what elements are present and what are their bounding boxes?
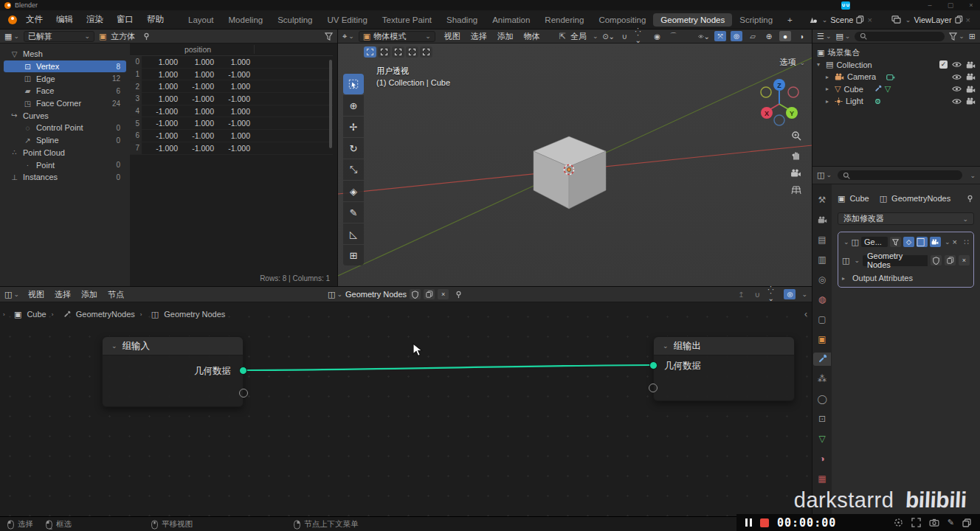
- chevron-down-icon[interactable]: ⌄: [854, 257, 860, 264]
- tab-tool[interactable]: ⚒: [813, 193, 831, 206]
- tab-rendering[interactable]: Rendering: [537, 13, 591, 27]
- shading-solid-button[interactable]: ●: [779, 31, 791, 41]
- tab-modifiers[interactable]: [813, 353, 831, 366]
- copy-icon[interactable]: [424, 289, 435, 299]
- pin-icon[interactable]: [455, 291, 463, 299]
- close-button[interactable]: ×: [967, 1, 976, 9]
- menu-object[interactable]: 物体: [520, 31, 545, 42]
- breadcrumb-modifier[interactable]: GeometryNodes: [891, 194, 950, 203]
- region-select-icon[interactable]: [894, 518, 903, 527]
- tab-texture[interactable]: ▦: [813, 472, 831, 485]
- disclosure-closed-icon[interactable]: ▸: [826, 86, 832, 92]
- menu-select[interactable]: 选择: [466, 31, 491, 42]
- table-row[interactable]: 01.0001.0001.000: [130, 56, 333, 69]
- zoom-icon[interactable]: [790, 131, 801, 141]
- light-row[interactable]: ▸ Light: [812, 95, 980, 108]
- disclosure-open-icon[interactable]: ▾: [817, 61, 823, 68]
- maximize-button[interactable]: ▢: [946, 1, 955, 9]
- column-header-position[interactable]: position: [130, 45, 255, 54]
- select-box-tool[interactable]: [343, 74, 364, 94]
- tab-texture-paint[interactable]: Texture Paint: [375, 13, 439, 27]
- tab-geometry-nodes[interactable]: Geometry Nodes: [653, 13, 732, 27]
- viewlayer-selector[interactable]: ⌄ ViewLayer ×: [888, 15, 974, 25]
- camera-view-icon[interactable]: [790, 169, 801, 177]
- menu-add[interactable]: 添加: [77, 289, 102, 300]
- show-overlays-toggle[interactable]: ◎: [784, 289, 796, 299]
- tab-scene[interactable]: ◎: [813, 273, 831, 286]
- tree-item-face-corner[interactable]: ◳Face Corner24: [4, 97, 126, 110]
- show-in-editmode-funnel-icon[interactable]: [890, 237, 901, 247]
- table-row[interactable]: 31.000-1.000-1.000: [130, 93, 333, 105]
- group-output-node[interactable]: ⌄ 组输出 几何数据: [653, 336, 795, 401]
- minimize-button[interactable]: –: [925, 1, 934, 9]
- hide-eye-icon[interactable]: [952, 98, 962, 105]
- menu-edit[interactable]: 编辑: [49, 12, 80, 27]
- tab-constraints[interactable]: ⊡: [813, 412, 831, 426]
- tab-render[interactable]: [813, 213, 831, 226]
- pin-icon[interactable]: [142, 32, 151, 41]
- output-attributes-section[interactable]: ▸ Output Attributes: [842, 274, 970, 282]
- copy-icon[interactable]: [856, 15, 864, 24]
- tree-item-control-point[interactable]: ◌Control Point0: [4, 122, 126, 134]
- collection-row[interactable]: ▾ ▤ Collection ✓: [812, 59, 980, 72]
- select-mode-invert[interactable]: [406, 46, 418, 58]
- tab-object-data[interactable]: ▽: [813, 432, 831, 445]
- select-mode-subtract[interactable]: [392, 46, 404, 58]
- tab-modeling[interactable]: Modeling: [221, 13, 271, 27]
- breadcrumb-object[interactable]: Cube: [27, 310, 46, 319]
- select-mode-new[interactable]: [364, 46, 376, 58]
- tab-shading[interactable]: Shading: [439, 13, 485, 27]
- outliner-editor-icon[interactable]: ☰⌄: [817, 32, 831, 41]
- menu-help[interactable]: 帮助: [140, 12, 170, 27]
- modifier-extras-chevron[interactable]: ⌄: [945, 238, 950, 246]
- tab-animation[interactable]: Animation: [485, 13, 537, 27]
- pin-icon[interactable]: [966, 195, 974, 203]
- cursor-tool[interactable]: ⊕: [343, 95, 364, 116]
- pause-button[interactable]: [745, 518, 752, 527]
- tree-item-edge[interactable]: ◫Edge12: [4, 72, 126, 85]
- tab-sculpting[interactable]: Sculpting: [270, 13, 320, 27]
- disable-render-icon[interactable]: [966, 73, 976, 80]
- menu-view[interactable]: 视图: [440, 31, 465, 42]
- tab-material[interactable]: ◑: [813, 452, 831, 465]
- table-row[interactable]: 11.0001.000-1.000: [130, 69, 333, 81]
- resize-icon[interactable]: [911, 518, 921, 527]
- scale-tool[interactable]: ⤡: [343, 159, 364, 180]
- pivot-point-icon[interactable]: ⊙⌄: [603, 31, 615, 41]
- xray-toggle[interactable]: ▱: [747, 31, 759, 41]
- menu-file[interactable]: 文件: [19, 12, 49, 27]
- options-dropdown[interactable]: 选项 ⌄: [779, 57, 805, 68]
- shading-wireframe-button[interactable]: ⊕: [763, 31, 775, 41]
- select-mode-intersect[interactable]: [420, 46, 432, 58]
- tab-physics[interactable]: ◯: [813, 392, 831, 406]
- measure-tool[interactable]: ◺: [343, 223, 364, 244]
- hide-eye-icon[interactable]: [952, 61, 962, 68]
- tab-layout[interactable]: Layout: [181, 13, 221, 27]
- transform-tool[interactable]: ◈: [343, 181, 364, 201]
- rotate-tool[interactable]: ↻: [343, 138, 364, 159]
- screenshot-camera-icon[interactable]: [929, 518, 939, 527]
- menu-render[interactable]: 渲染: [80, 12, 110, 27]
- node-tree-icon[interactable]: ◫⌄: [328, 291, 342, 299]
- viewport-canvas[interactable]: 选项 ⌄ 用户透视 (1) Collection | Cube ⊕ ✢ ↻ ⤡ …: [338, 44, 812, 286]
- draw-pencil-icon[interactable]: ✎: [948, 518, 954, 527]
- spreadsheet-editor-icon[interactable]: ▦⌄: [4, 32, 19, 41]
- tree-item-instances[interactable]: ⊥Instances0: [4, 171, 126, 184]
- menu-view[interactable]: 视图: [24, 289, 49, 300]
- scrollbar[interactable]: [329, 60, 332, 148]
- delete-modifier-icon[interactable]: ×: [953, 237, 957, 246]
- mode-dropdown[interactable]: ▣ 物体模式 ⌄: [359, 31, 435, 42]
- falloff-curve-icon[interactable]: ⌒: [668, 31, 680, 41]
- menu-node[interactable]: 节点: [103, 289, 128, 300]
- tab-output[interactable]: ▤: [813, 233, 831, 246]
- snap-target-icon[interactable]: ⁛⌄: [767, 289, 779, 299]
- window-mode-icon[interactable]: [962, 518, 971, 527]
- fake-user-shield-icon[interactable]: [410, 289, 421, 299]
- stop-record-button[interactable]: [760, 518, 769, 527]
- select-mode-extend[interactable]: [378, 46, 390, 58]
- orientation-label[interactable]: 全局: [570, 31, 587, 42]
- viewport-editor-icon[interactable]: ⌖⌄: [342, 32, 354, 41]
- table-row[interactable]: 21.000-1.0001.000: [130, 80, 333, 93]
- node-editor-icon[interactable]: ◫⌄: [4, 291, 19, 299]
- menu-window[interactable]: 窗口: [110, 12, 140, 27]
